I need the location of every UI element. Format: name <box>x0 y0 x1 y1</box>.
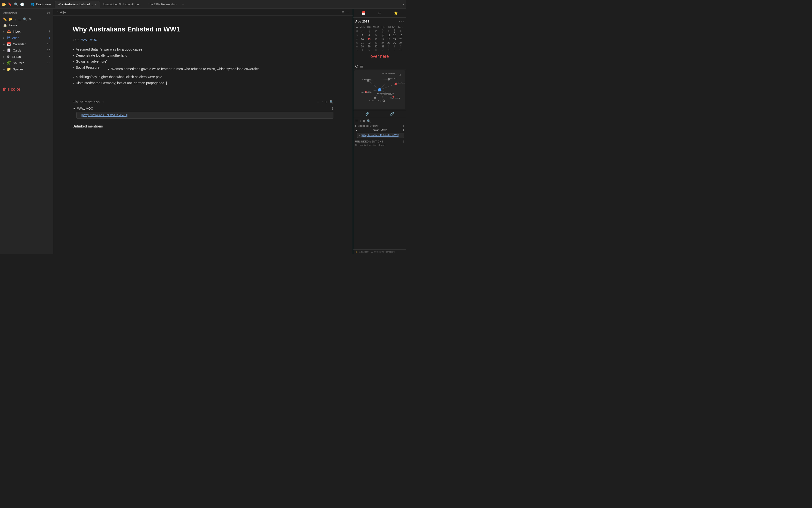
cal-day-29[interactable]: 29 <box>366 45 372 48</box>
folder-icon[interactable]: 📂 <box>2 2 6 6</box>
cal-day-28[interactable]: 28 <box>359 45 366 48</box>
bl-mention-link[interactable]: [[Why Australians Enlisted in WW1]] <box>361 134 399 137</box>
cal-day-22[interactable]: 22 <box>366 41 372 45</box>
tab-main[interactable]: Why Australians Enlisted ... ✕ <box>55 1 99 8</box>
cal-day-18[interactable]: 18 <box>386 38 391 41</box>
cal-day-6[interactable]: 6 <box>397 29 404 33</box>
more-options-icon[interactable]: ⋯ <box>346 10 349 14</box>
open-new-icon[interactable]: ⧉ <box>342 10 344 14</box>
graph-mini-tab-list[interactable]: ☰ <box>360 65 363 68</box>
cal-day-20[interactable]: 20 <box>397 38 404 41</box>
cal-day-sep5[interactable]: 5 <box>366 48 372 52</box>
cal-day-17[interactable]: 17 <box>380 38 386 41</box>
graph-mini-view[interactable]: 9 History MOC WW1 MOC Battle of Lone P..… <box>354 71 405 109</box>
cal-day-27[interactable]: 27 <box>397 41 404 45</box>
sidebar-item-inbox[interactable]: ▶ 📥 Inbox 1 <box>0 28 53 35</box>
cal-day-16[interactable]: 16 <box>372 38 380 41</box>
back-button[interactable]: ◀ <box>60 10 62 14</box>
sidebar-item-calendar[interactable]: ▶ 📅 Calendar 15 <box>0 41 53 47</box>
sidebar-item-extras[interactable]: ▶ ⚙ Extras 7 <box>0 53 53 60</box>
bookmark-icon[interactable]: 🔖 <box>8 2 12 6</box>
editor-content[interactable]: Why Australians Enlisted in WW1 ≡ Up WW1… <box>53 16 353 254</box>
backlinks-tab-link[interactable]: 🔗 <box>366 112 370 116</box>
sidebar-item-home[interactable]: 🏠 Home <box>0 22 53 28</box>
bl-sort-icon[interactable]: ↑ <box>359 119 361 123</box>
cal-day-13[interactable]: 13 <box>397 33 404 38</box>
sidebar-item-spaces[interactable]: ▶ 📁 Spaces <box>0 66 53 72</box>
mention-group-label: WW1 MOC <box>77 107 93 110</box>
cal-day-5[interactable]: 5 <box>391 29 397 33</box>
cal-day-15-today[interactable]: 15 <box>366 38 372 41</box>
tab-referendum[interactable]: The 1967 Referendum <box>145 1 180 8</box>
cal-day-24[interactable]: 24 <box>380 41 386 45</box>
cal-day-sep7[interactable]: 7 <box>380 48 386 52</box>
calendar-panel-tab[interactable]: 📅 <box>360 10 367 16</box>
list-icon[interactable]: ☰ <box>18 17 21 21</box>
cal-day-31b[interactable]: 31 <box>380 45 386 48</box>
sort-icon[interactable]: ↕ <box>14 17 16 21</box>
cal-day-26[interactable]: 26 <box>391 41 397 45</box>
cal-day-14[interactable]: 14 <box>359 38 366 41</box>
cal-day-sep8[interactable]: 8 <box>386 48 391 52</box>
today-button[interactable]: · <box>401 19 402 23</box>
backlinks-tab-unlink[interactable]: 🔗 <box>390 112 394 116</box>
bl-filter-icon[interactable]: ⇅ <box>363 119 366 123</box>
cal-day-31[interactable]: 31 <box>359 29 366 33</box>
cal-day-25[interactable]: 25 <box>386 41 391 45</box>
cal-day-4[interactable]: 4 <box>386 29 391 33</box>
cal-day-sep4[interactable]: 4 <box>359 48 366 52</box>
cal-day-9[interactable]: 9 <box>372 33 380 38</box>
tab-unabridged[interactable]: Unabridged 9 History AT3 n... <box>100 1 144 8</box>
ww1-moc-link[interactable]: WW1 MOC <box>81 38 97 42</box>
sort-up-icon[interactable]: ↑ <box>322 100 323 104</box>
open-icon[interactable]: 📂 <box>9 17 12 21</box>
sort-filter-icon[interactable]: ⇅ <box>325 100 328 104</box>
cal-day-sep1[interactable]: 1 <box>386 45 391 48</box>
graph-mini-tab-nodes[interactable]: ⬡ <box>355 65 358 68</box>
forward-button[interactable]: ▶ <box>63 10 66 14</box>
edit-icon[interactable]: ✏️ <box>3 17 7 21</box>
search-sidebar-icon[interactable]: 🔍 <box>23 17 27 21</box>
add-tab-button[interactable]: + <box>182 2 184 6</box>
cal-day-sep3[interactable]: 3 <box>397 45 404 48</box>
cal-day-8[interactable]: 8 <box>366 33 372 38</box>
cal-day-3[interactable]: 3 <box>380 29 386 33</box>
cal-day-sep10[interactable]: 10 <box>397 48 404 52</box>
sidebar-header: OBSIDIAN 70 <box>0 9 53 16</box>
history-icon[interactable]: 🕐 <box>20 2 24 6</box>
page-number: 1 <box>57 10 59 14</box>
cal-day-10[interactable]: 10 <box>380 33 386 38</box>
sidebar-item-atlas[interactable]: ▶ 🗺 Atlas 8 <box>0 35 53 41</box>
next-month-button[interactable]: › <box>403 19 404 23</box>
starred-panel-tab[interactable]: ⭐ <box>393 10 399 16</box>
cal-day-11[interactable]: 11 <box>386 33 391 38</box>
close-sidebar-icon[interactable]: ✕ <box>29 17 32 21</box>
cal-day-sep2[interactable]: 2 <box>391 45 397 48</box>
cal-day-sep9[interactable]: 9 <box>391 48 397 52</box>
bl-group-header-ww1[interactable]: ▼ WW1 MOC 1 <box>355 129 404 132</box>
list-view-icon[interactable]: ☰ <box>317 100 319 104</box>
sidebar-item-cards[interactable]: ▶ 🃏 Cards 26 <box>0 47 53 53</box>
prev-month-button[interactable]: ‹ <box>399 19 400 23</box>
close-tab-icon[interactable]: ✕ <box>94 3 96 6</box>
bl-list-icon[interactable]: ☰ <box>355 119 358 123</box>
cal-day-sep6[interactable]: 6 <box>372 48 380 52</box>
mention-group-header[interactable]: ▼ WW1 MOC 1 <box>73 107 333 110</box>
tab-graph[interactable]: 🌐 Graph view <box>28 1 54 8</box>
search-icon[interactable]: 🔍 <box>14 2 18 6</box>
mention-link[interactable]: [[Why Australians Enlisted in WW1]] <box>81 114 128 117</box>
tab-dropdown-button[interactable]: ▾ <box>402 3 404 6</box>
tags-panel-tab[interactable]: 🏷 <box>377 10 382 16</box>
inbox-count: 1 <box>49 30 50 33</box>
cal-day-30[interactable]: 30 <box>372 45 380 48</box>
search-mentions-icon[interactable]: 🔍 <box>330 100 333 104</box>
cal-day-1[interactable]: 1 <box>366 29 372 33</box>
cal-day-21[interactable]: 21 <box>359 41 366 45</box>
cal-day-2[interactable]: 2 <box>372 29 380 33</box>
cal-day-7[interactable]: 7 <box>359 33 366 38</box>
bl-search-icon[interactable]: 🔍 <box>367 119 371 123</box>
cal-day-23[interactable]: 23 <box>372 41 380 45</box>
sidebar-item-sources[interactable]: ▶ 🌿 Sources 12 <box>0 60 53 66</box>
cal-day-12[interactable]: 12 <box>391 33 397 38</box>
cal-day-19[interactable]: 19 <box>391 38 397 41</box>
